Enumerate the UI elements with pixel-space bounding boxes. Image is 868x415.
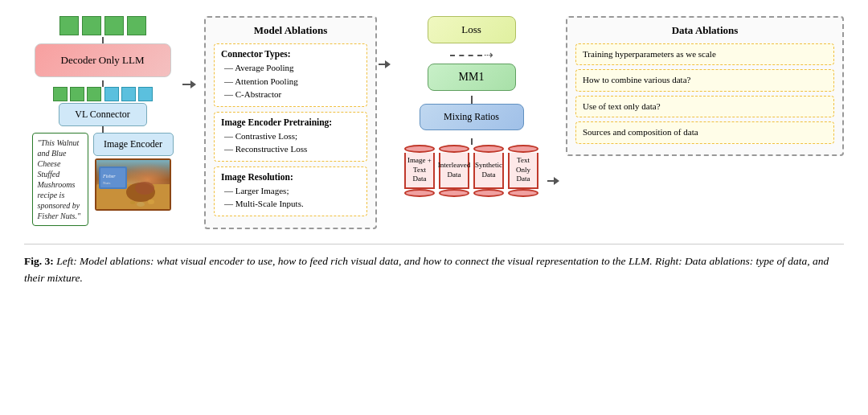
data-ablation-item-3: Use of text only data? (575, 96, 834, 117)
cyl-top-text-4: Text (517, 156, 530, 164)
cyl-bot-ellipse-4 (508, 189, 538, 197)
connector-types-title: Connector Types: (221, 49, 360, 59)
loss-label: Loss (461, 23, 481, 35)
mixing-ratios-label: Mixing Ratios (444, 111, 499, 122)
cyl-bot-text-1: Text Data (413, 166, 427, 183)
cylinder-text-only: Text Only Data (508, 145, 538, 197)
cyl-bot-ellipse-2 (439, 189, 469, 197)
sg-tok-3 (87, 87, 101, 101)
cyl-body-4: Text Only Data (508, 153, 538, 189)
mm1-section: Loss ⇢ MM1 Mixing Ratios Image + Text (397, 16, 546, 197)
sb-tok-2 (121, 87, 136, 101)
mm1-box: MM1 (428, 64, 516, 91)
svg-text:Fisher: Fisher (102, 174, 116, 179)
left-to-model-arrow (182, 80, 196, 88)
token-1 (59, 16, 79, 35)
data-ablation-item-4: Sources and composition of data (575, 121, 834, 143)
sb-tok-1 (104, 87, 119, 101)
arrow-tip-3 (554, 177, 559, 185)
cylinder-image-text: Image + Text Data (404, 145, 435, 197)
food-image: Fisher Nuts (95, 158, 171, 211)
resolution-item-2: Multi-Scale Inputs. (221, 197, 360, 211)
connector-item-1: Average Pooling (221, 61, 360, 75)
sg-tok-2 (70, 87, 84, 101)
cyl-label-2: Interleaved Data (436, 159, 472, 181)
cylinder-interleaved: Interleaved Data (439, 145, 469, 197)
food-svg: Fisher Nuts (96, 160, 171, 211)
svg-text:Nuts: Nuts (103, 181, 111, 185)
cyl-bot-text-2: Data (448, 171, 461, 179)
model-ablations-box: Model Ablations Connector Types: Average… (204, 16, 377, 229)
h-line-2 (379, 64, 385, 65)
v-line-3 (102, 126, 104, 133)
cyl-top-text-2: Interleaved (438, 161, 470, 169)
caption-text: Left: Model ablations: what visual encod… (24, 255, 829, 285)
cyl-body-1: Image + Text Data (404, 153, 435, 189)
cyl-bot-ellipse-3 (473, 189, 504, 197)
v-line-1 (102, 37, 104, 43)
small-blue-tokens (104, 87, 153, 101)
image-encoder-box: Image Encoder (93, 133, 174, 156)
sg-tok-1 (53, 87, 68, 101)
mm1-vline (471, 96, 473, 104)
cyl-label-4: Text Only Data (510, 154, 537, 186)
pretraining-item-1: Contrastive Loss; (221, 129, 360, 143)
dashed-line-1 (450, 55, 482, 56)
connector-item-3: C-Abstractor (221, 88, 360, 101)
loss-arrow-row: ⇢ (450, 48, 493, 62)
token-2 (82, 16, 101, 35)
token-3 (104, 16, 124, 35)
dashed-h-line (547, 180, 554, 182)
mixing-ratios-box: Mixing Ratios (420, 104, 524, 130)
dashed-arrow-right: ⇢ (484, 48, 493, 62)
food-image-inner: Fisher Nuts (96, 160, 170, 209)
cyl-label-3: Synthetic Data (473, 159, 504, 181)
mixing-vline (471, 138, 473, 145)
v-line-2 (102, 80, 104, 87)
mm1-label: MM1 (459, 71, 485, 83)
data-ablations-title: Data Ablations (575, 24, 834, 37)
small-green-tokens (53, 87, 101, 101)
data-ablations-section: Data Ablations Training hyperparameters … (566, 16, 844, 156)
arrow-tip-1 (190, 80, 196, 88)
cyl-body-3: Synthetic Data (473, 153, 504, 189)
cyl-top-1 (404, 145, 435, 153)
connector-types-section: Connector Types: Average Pooling Attenti… (214, 43, 367, 107)
cyl-top-text-3: Synthetic (475, 161, 502, 169)
left-section: Decoder Only LLM VL Connector (24, 16, 181, 226)
cylinder-synthetic: Synthetic Data (473, 145, 504, 197)
caption: Fig. 3: Left: Model ablations: what visu… (24, 244, 844, 287)
model-ablations-section: Model Ablations Connector Types: Average… (204, 16, 377, 234)
cyl-top-4 (508, 145, 538, 153)
pretraining-item-2: Reconstructive Loss (221, 142, 360, 156)
svg-point-8 (148, 199, 154, 204)
text-bubble-content: "This Walnut and Blue Cheese Stuffed Mus… (38, 138, 81, 220)
caption-label: Fig. 3: (24, 255, 54, 267)
cyl-bot-ellipse-1 (404, 189, 435, 197)
data-ablation-item-2: How to combine various data? (575, 69, 834, 91)
text-bubble: "This Walnut and Blue Cheese Stuffed Mus… (32, 133, 88, 226)
image-resolution-section: Image Resolution: Larger Images; Multi-S… (214, 166, 367, 216)
data-ablation-item-1: Training hyperparameters as we scale (575, 43, 834, 65)
top-tokens (59, 16, 146, 35)
cyl-top-3 (473, 145, 504, 153)
resolution-item-1: Larger Images; (221, 184, 360, 198)
cyl-bot-text-3: Data (482, 171, 496, 179)
vl-connector-box: VL Connector (59, 103, 147, 126)
image-resolution-title: Image Resolution: (221, 172, 360, 182)
cyl-bot-text-4: Only Data (516, 166, 530, 183)
llm-label: Decoder Only LLM (61, 54, 145, 66)
cyl-to-data-arrow (547, 177, 559, 185)
h-line-1 (182, 84, 190, 85)
data-cylinders: Image + Text Data Interleaved Data (404, 145, 538, 197)
diagram-area: Decoder Only LLM VL Connector (24, 16, 844, 234)
image-encoder-pretraining-section: Image Encoder Pretraining: Contrastive L… (214, 112, 367, 162)
llm-box: Decoder Only LLM (35, 43, 171, 77)
svg-point-2 (135, 182, 154, 195)
connector-item-2: Attention Pooling (221, 75, 360, 88)
svg-point-7 (137, 202, 145, 207)
cyl-top-text-1: Image + (407, 156, 432, 164)
cyl-body-2: Interleaved Data (439, 153, 469, 189)
model-to-mm1-arrow (379, 60, 391, 68)
image-encoder-pretraining-title: Image Encoder Pretraining: (221, 117, 360, 127)
